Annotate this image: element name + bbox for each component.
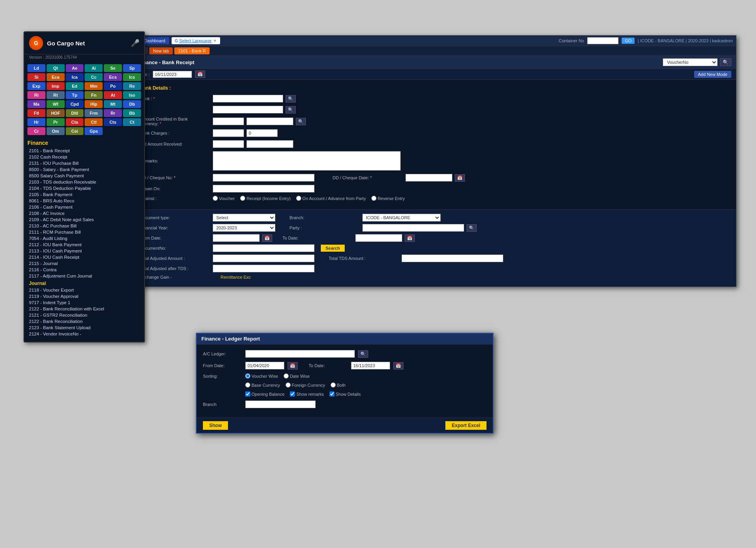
module-btn-iso[interactable]: Iso [123,91,141,99]
module-btn-om[interactable]: Om [47,127,65,135]
module-btn-cts[interactable]: Cts [104,118,122,126]
module-btn-hr[interactable]: Hr [27,118,45,126]
module-btn-ai[interactable]: Ai [85,64,103,72]
menu-item-2122-excel[interactable]: 2122 - Bank Reconciliation with Excel [27,306,141,312]
dd-date-input[interactable] [405,174,452,182]
to-date-input[interactable] [355,234,402,242]
module-btn-ics[interactable]: Ics [123,73,141,81]
lang-dropdown-arrow[interactable]: ▼ [213,38,217,43]
radio-reverse[interactable]: Reverse Entry [371,196,405,201]
date-input[interactable] [153,71,192,78]
module-btn-cta[interactable]: Cta [66,118,84,126]
module-btn-sp[interactable]: Sp [123,64,141,72]
module-btn-se[interactable]: Se [104,64,122,72]
module-btn-at[interactable]: At [104,91,122,99]
branch-select[interactable]: ICODE - BANGALORE [362,214,441,222]
add-new-button[interactable]: Add New Mode [694,71,731,78]
search-button[interactable]: Search [321,245,345,252]
module-btn-cc[interactable]: Cc [85,73,103,81]
bank-search-icon-2[interactable]: 🔍 [286,106,296,114]
menu-item-2121[interactable]: 2121 - GSTR2 Reconciliation [27,312,141,318]
module-btn-frm[interactable]: Frm [85,109,103,117]
radio-receipt[interactable]: Receipt (Income Entry) [240,196,290,201]
dd-date-calendar[interactable]: 📅 [455,174,465,182]
module-btn-wf[interactable]: Wf [47,100,65,108]
menu-item-2131[interactable]: 2131 - IOU Purchase Bill [27,160,141,166]
menu-item-2118[interactable]: 2118 - Voucher Export [27,287,141,293]
mic-icon[interactable]: 🎤 [131,39,139,47]
voucher-search-icon[interactable]: 🔍 [720,58,731,66]
menu-item-2110[interactable]: 2110 - AC Purchase Bill [27,223,141,229]
module-btn-imp[interactable]: Imp [47,82,65,90]
drawn-on-input[interactable] [213,185,315,193]
menu-item-2116[interactable]: 2116 - Contra [27,267,141,273]
module-btn-qt[interactable]: Qt [47,64,65,72]
menu-item-7054[interactable]: 7054 - Audit Listing [27,235,141,242]
amount-currency-input[interactable] [213,117,244,125]
ac-ledger-input[interactable] [245,350,355,358]
module-btn-ecs[interactable]: Ecs [104,73,122,81]
module-btn-cpd[interactable]: Cpd [66,100,84,108]
menu-item-2103[interactable]: 2103 - TDS deduction Receivable [27,179,141,185]
menu-item-2102[interactable]: 2102 Cash Receipt [27,154,141,160]
amount-value-input[interactable] [246,117,293,125]
tab-new[interactable]: New tab [149,47,173,54]
menu-item-2115[interactable]: 2115 - Journal [27,260,141,267]
docno-input[interactable] [213,244,315,252]
ledger-to-date-input[interactable] [351,362,390,370]
bank-input-2[interactable] [213,106,283,114]
module-btn-si[interactable]: Si [27,73,45,81]
module-btn-rt[interactable]: Rt [47,91,65,99]
net-value-input[interactable] [246,140,293,148]
from-date-input[interactable] [213,234,260,242]
container-no-input[interactable] [587,37,619,44]
total-adjusted-input[interactable] [213,254,315,262]
menu-item-2122[interactable]: 2122 - Bank Reconciliation [27,318,141,324]
menu-item-9717[interactable]: 9717 - Indent Type 1 [27,299,141,306]
module-btn-fn[interactable]: Fn [85,91,103,99]
module-btn-cei[interactable]: Cei [66,127,84,135]
fy-select[interactable]: 2020-2023 [213,224,275,232]
module-btn-ld[interactable]: Ld [27,64,45,72]
radio-voucher[interactable]: Voucher [213,196,235,201]
party-input[interactable] [362,224,464,232]
module-btn-hof[interactable]: HOF [47,109,65,117]
module-btn-gps[interactable]: Gps [85,127,103,135]
module-btn-rr[interactable]: Rr [104,109,122,117]
menu-item-2111[interactable]: 2111 - RCM Purchase Bill [27,229,141,235]
show-button[interactable]: Show [203,421,228,430]
voucher-select[interactable]: VoucherNo [663,58,718,66]
charges-currency-input[interactable] [213,129,244,137]
remarks-textarea[interactable] [213,151,401,171]
dd-cheque-input[interactable] [213,174,315,182]
module-btn-ae[interactable]: Ae [66,64,84,72]
module-btn-re[interactable]: Re [123,82,141,90]
radio-both-currency[interactable]: Both [331,382,346,388]
cb-show-remarks[interactable]: Show remarks [290,391,324,397]
bank-input-1[interactable] [213,95,283,103]
module-btn-pr[interactable]: Pr [47,118,65,126]
google-tab[interactable]: G Select Language ▼ [172,37,220,44]
menu-item-2105[interactable]: 2105 - Bank Payment [27,191,141,198]
module-btn-ma[interactable]: Ma [27,100,45,108]
menu-item-2104[interactable]: 2104 - TDS Deduction Payable [27,185,141,191]
export-excel-button[interactable]: Export Excel [445,421,487,430]
total-after-tds-input[interactable] [213,265,315,272]
select-language-link[interactable]: Select Language [179,38,212,43]
ledger-to-date-cal[interactable]: 📅 [393,362,403,370]
module-btn-mm[interactable]: Mm [85,82,103,90]
menu-item-2124[interactable]: 2124 - Vendor InvoiceNo - [27,331,141,337]
menu-item-2112[interactable]: 2112 - IOU Bank Payment [27,242,141,248]
module-btn-ica[interactable]: Ica [66,73,84,81]
radio-date-wise[interactable]: Date Wise [284,373,310,379]
menu-item-2108[interactable]: 2108 - AC Invoice [27,210,141,216]
module-btn-db[interactable]: Db [123,100,141,108]
menu-item-8500-cash[interactable]: 8500 Salary Cash Payment [27,173,141,179]
doc-type-select[interactable]: Select [213,214,275,222]
menu-item-2101[interactable]: 2101 - Bank Receipt [27,148,141,154]
bank-search-icon[interactable]: 🔍 [286,95,296,103]
radio-onaccount[interactable]: On Account / Advance from Party [296,196,366,201]
cb-opening-balance[interactable]: Opening Balance [245,391,284,397]
tab-bank-receipt[interactable]: 2101 - Bank R [174,47,210,54]
menu-item-2109[interactable]: 2109 - AC Debit Note agst Sales [27,216,141,223]
